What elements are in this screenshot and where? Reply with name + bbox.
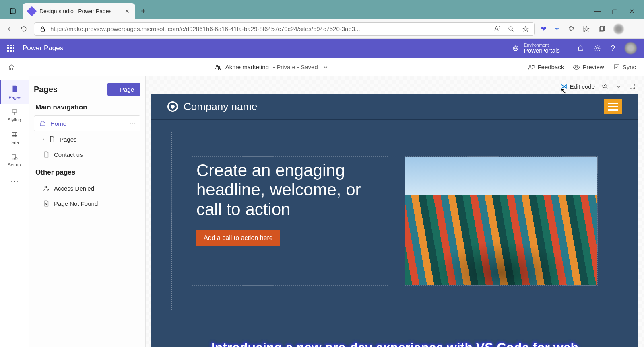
svg-rect-14 [12,133,17,137]
svg-rect-0 [10,9,15,14]
svg-rect-5 [600,26,605,31]
brand-label: Power Pages [23,44,63,52]
svg-rect-4 [599,27,604,31]
fullscreen-icon[interactable] [629,83,636,90]
svg-rect-15 [12,155,16,159]
pages-sidebar: Pages + Page Main navigation Home ⋯ › Pa… [29,76,146,347]
svg-point-11 [576,66,578,68]
site-preview[interactable]: Company name Create an engaging headline… [151,94,638,347]
url-text: https://make.preview.powerpages.microsof… [50,25,490,32]
sidebar-title: Pages [34,85,58,94]
home-icon[interactable] [8,64,15,71]
hero-image-block[interactable] [405,156,598,286]
new-tab-button[interactable]: + [135,3,151,19]
hero-image [405,157,597,285]
plus-icon: + [114,86,118,93]
rail-more[interactable]: ⋯ [0,172,29,190]
svg-rect-12 [614,65,619,69]
svg-point-9 [218,66,220,68]
nav-item-not-found[interactable]: Page Not Found [34,196,140,211]
ext-feather-icon[interactable]: ✒ [554,25,559,33]
hamburger-menu[interactable] [604,99,622,114]
hero-headline[interactable]: Create an engaging headline, welcome, or… [196,161,384,219]
add-page-button[interactable]: + Page [107,83,140,96]
ext-heart-icon[interactable]: ❤ [541,25,546,33]
svg-point-16 [14,158,17,160]
environment-picker[interactable]: Environment PowerPortals [524,43,560,54]
profile-avatar[interactable] [613,24,624,34]
close-tab-icon[interactable]: ✕ [125,8,130,14]
company-name[interactable]: Company name [184,101,258,113]
paint-icon [11,109,18,116]
help-icon[interactable]: ? [611,44,615,53]
nav-item-contact[interactable]: Contact us [34,147,140,162]
minimize-icon[interactable]: — [594,8,601,15]
section-other-pages: Other pages [35,168,139,177]
item-menu-icon[interactable]: ⋯ [129,120,135,127]
svg-rect-2 [41,29,45,31]
preview-navbar: Company name [151,94,638,120]
rail-data[interactable]: Data [0,127,29,149]
favorites-bar-icon[interactable] [583,25,590,33]
chevron-down-icon [322,64,329,71]
sync-button[interactable]: Sync [613,64,636,71]
nav-item-home[interactable]: Home ⋯ [34,115,140,131]
user-avatar[interactable] [625,42,637,54]
canvas: ⋊ Edit code ↖ Company name Create an eng… [146,76,644,347]
refresh-icon[interactable] [20,25,27,33]
zoom-icon[interactable] [508,25,515,33]
site-picker[interactable]: Akme marketing - Private - Saved [214,64,329,71]
app-header: Power Pages Environment PowerPortals ? [0,39,644,58]
site-status: - Private - Saved [273,64,318,70]
extensions-icon[interactable] [568,25,575,33]
preview-button[interactable]: Preview [573,64,604,71]
nav-item-access-denied[interactable]: Access Denied [34,181,140,196]
cursor-icon: ↖ [560,86,567,96]
hero-section[interactable]: Create an engaging headline, welcome, or… [171,132,618,310]
person-icon [43,185,50,192]
rail-pages[interactable]: Pages [0,80,29,104]
browser-titlebar: Design studio | Power Pages ✕ + — ▢ ✕ [0,0,644,19]
svg-point-3 [509,27,512,30]
chevron-down-icon[interactable] [615,83,622,90]
svg-rect-1 [10,9,12,14]
page-icon [43,151,50,158]
rail-styling[interactable]: Styling [0,105,29,126]
browser-tab[interactable]: Design studio | Power Pages ✕ [23,3,135,19]
site-name: Akme marketing [225,64,269,70]
lock-icon [39,25,46,33]
collections-icon[interactable] [598,25,605,33]
hero-text-block[interactable]: Create an engaging headline, welcome, or… [192,156,388,286]
ellipsis-icon: ⋯ [10,176,19,186]
page-x-icon [43,200,50,207]
close-window-icon[interactable]: ✕ [629,8,634,15]
app-launcher-icon[interactable] [7,45,14,52]
home-icon [39,120,46,127]
favorite-icon[interactable] [522,25,529,33]
svg-point-10 [529,65,531,67]
svg-point-7 [597,47,599,49]
favicon-icon [27,6,37,16]
setup-icon [11,154,18,161]
rail-setup[interactable]: Set up [0,150,29,171]
nav-item-pages[interactable]: › Pages [34,131,140,147]
logo-icon [167,101,178,112]
back-icon[interactable] [6,25,13,33]
feedback-button[interactable]: Feedback [528,64,564,71]
page-icon [48,136,56,143]
table-icon [11,131,18,138]
cta-button[interactable]: Add a call to action here [196,230,280,246]
context-bar: Akme marketing - Private - Saved Feedbac… [0,58,644,76]
browser-addressbar: https://make.preview.powerpages.microsof… [0,19,644,39]
file-icon [10,84,19,93]
zoom-tool-icon[interactable] [601,83,609,90]
maximize-icon[interactable]: ▢ [612,8,618,15]
environment-icon[interactable] [512,45,519,52]
section-main-nav: Main navigation [35,103,139,111]
url-input[interactable]: https://make.preview.powerpages.microsof… [34,22,535,36]
notifications-icon[interactable] [577,45,584,52]
reader-icon[interactable]: A⁾ [494,25,500,33]
settings-icon[interactable] [594,45,601,52]
tab-actions-icon[interactable] [3,3,23,19]
more-icon[interactable]: ⋯ [632,25,638,33]
